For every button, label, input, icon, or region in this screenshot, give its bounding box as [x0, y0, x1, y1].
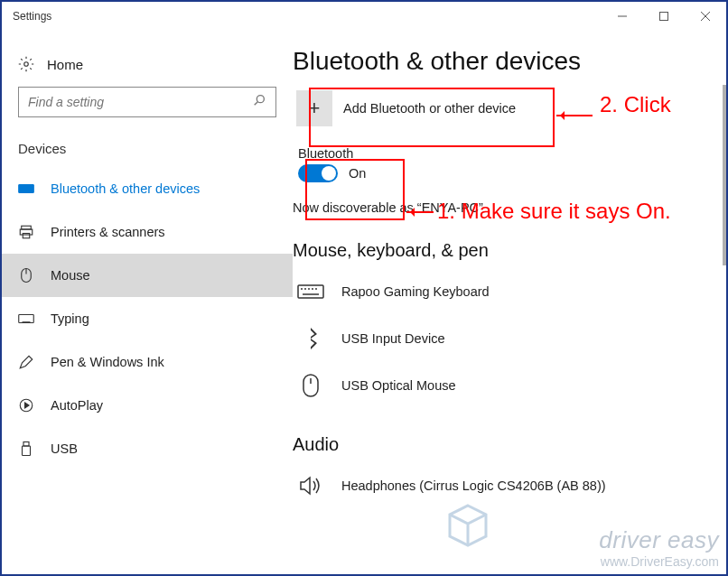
discoverable-text: Now discoverable as “ENYA-PC”: [293, 200, 715, 215]
speaker-icon: [296, 471, 325, 500]
bluetooth-icon: [296, 324, 325, 353]
main-panel: Bluetooth & other devices + Add Bluetoot…: [293, 31, 726, 574]
sidebar: Home Devices Bluetooth & other devices P…: [2, 31, 293, 574]
sidebar-item-label: Mouse: [51, 268, 90, 283]
svg-rect-7: [19, 185, 34, 193]
sidebar-item-pen[interactable]: Pen & Windows Ink: [2, 340, 293, 384]
window-controls: [602, 2, 726, 31]
gear-icon: [18, 56, 34, 72]
sidebar-item-label: Pen & Windows Ink: [51, 355, 164, 369]
sidebar-section: Devices: [2, 141, 293, 167]
sidebar-item-usb[interactable]: USB: [2, 427, 293, 470]
sidebar-item-label: Bluetooth & other devices: [51, 181, 200, 196]
sidebar-item-label: USB: [51, 441, 78, 456]
svg-point-5: [257, 96, 264, 103]
bluetooth-toggle[interactable]: [298, 164, 338, 182]
device-name: USB Input Device: [341, 331, 444, 346]
search-icon: [252, 93, 266, 111]
svg-rect-1: [660, 13, 668, 21]
svg-marker-32: [301, 478, 310, 494]
printer-icon: [18, 224, 34, 240]
search-input[interactable]: [28, 95, 252, 109]
sidebar-item-autoplay[interactable]: AutoPlay: [2, 384, 293, 427]
scrollbar[interactable]: [723, 85, 726, 265]
close-button[interactable]: [685, 2, 726, 31]
svg-rect-30: [303, 375, 318, 396]
bluetooth-section: Bluetooth On: [293, 141, 392, 188]
device-row[interactable]: USB Optical Mouse: [293, 362, 715, 409]
sidebar-item-typing[interactable]: Typing: [2, 297, 293, 340]
device-name: USB Optical Mouse: [341, 378, 456, 393]
sidebar-item-mouse[interactable]: Mouse: [2, 254, 293, 297]
device-name: Rapoo Gaming Keyboard: [341, 284, 490, 299]
svg-rect-21: [23, 442, 29, 447]
page-title: Bluetooth & other devices: [293, 47, 715, 76]
svg-line-6: [255, 102, 258, 106]
device-row[interactable]: Headphones (Cirrus Logic CS4206B (AB 88)…: [293, 462, 715, 509]
svg-rect-23: [298, 285, 323, 298]
usb-icon: [18, 441, 34, 457]
home-link[interactable]: Home: [2, 49, 293, 87]
device-name: Headphones (Cirrus Logic CS4206B (AB 88)…: [341, 478, 606, 493]
sidebar-item-printers[interactable]: Printers & scanners: [2, 210, 293, 254]
window-title: Settings: [13, 10, 51, 23]
sidebar-item-bluetooth[interactable]: Bluetooth & other devices: [2, 167, 293, 210]
home-label: Home: [47, 57, 83, 72]
sidebar-item-label: Typing: [51, 311, 89, 326]
svg-rect-22: [23, 446, 31, 456]
mouse-icon: [296, 371, 325, 400]
typing-icon: [18, 311, 34, 327]
bluetooth-state: On: [349, 166, 366, 181]
autoplay-icon: [18, 397, 34, 413]
svg-marker-20: [25, 403, 30, 408]
svg-rect-13: [20, 229, 33, 235]
keyboard-icon: [18, 181, 34, 197]
maximize-button[interactable]: [643, 2, 685, 31]
add-device-button[interactable]: + Add Bluetooth or other device: [293, 87, 535, 130]
sidebar-item-label: AutoPlay: [51, 398, 103, 413]
plus-icon: +: [296, 90, 332, 126]
subhead-audio: Audio: [293, 434, 715, 455]
sidebar-item-label: Printers & scanners: [51, 225, 165, 239]
keyboard-icon: [296, 277, 325, 306]
svg-point-4: [24, 62, 29, 67]
minimize-button[interactable]: [602, 2, 643, 31]
mouse-icon: [18, 267, 34, 283]
bluetooth-label: Bluetooth: [298, 146, 387, 161]
titlebar: Settings: [2, 2, 726, 31]
device-row[interactable]: USB Input Device: [293, 315, 715, 362]
add-device-label: Add Bluetooth or other device: [343, 101, 516, 116]
device-row[interactable]: Rapoo Gaming Keyboard: [293, 268, 715, 315]
svg-rect-14: [23, 234, 30, 238]
pen-icon: [18, 354, 34, 370]
search-input-wrap[interactable]: [18, 87, 276, 117]
subhead-devices: Mouse, keyboard, & pen: [293, 240, 715, 261]
svg-rect-17: [19, 315, 34, 323]
